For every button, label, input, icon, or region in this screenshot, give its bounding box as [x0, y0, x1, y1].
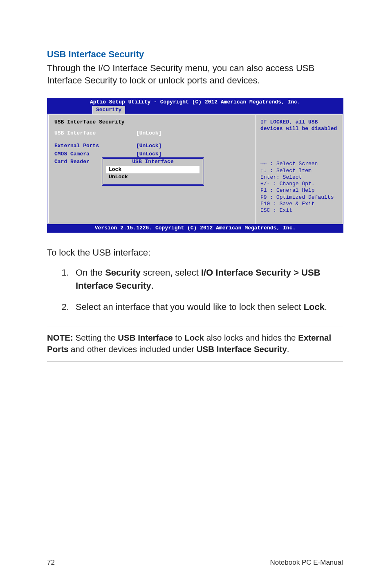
intro-paragraph: Through the I/O Interface Security menu,…	[47, 62, 343, 86]
bios-tab-security[interactable]: Security	[92, 106, 125, 114]
text: Setting the	[73, 333, 118, 342]
steps-list: On the Security screen, select I/O Inter…	[47, 266, 343, 314]
text: screen, select	[141, 267, 201, 278]
bold: Lock	[304, 302, 325, 312]
text: and other devices included under	[68, 344, 196, 354]
bios-help-line: ESC : Exit	[260, 207, 338, 214]
bios-help-block: →← : Select Screen ↑↓ : Select Item Ente…	[260, 161, 338, 214]
procedure-intro: To lock the USB interface:	[47, 247, 343, 258]
bios-popup-item-unlock[interactable]: UnLock	[106, 173, 199, 181]
text: .	[325, 302, 327, 312]
bios-right-description: If LOCKED, all USB devices will be disab…	[260, 119, 338, 132]
bold: Lock	[184, 333, 204, 342]
bios-right-panel: If LOCKED, all USB devices will be disab…	[255, 114, 343, 224]
page-footer: 72 Notebook PC E-Manual	[47, 559, 343, 567]
document-title: Notebook PC E-Manual	[270, 559, 343, 567]
bios-row-external-ports[interactable]: External Ports [UnLock]	[54, 143, 249, 149]
bios-row-cmos-camera[interactable]: CMOS Camera [UnLock]	[54, 151, 249, 157]
bios-screenshot: Aptio Setup Utility - Copyright (C) 2012…	[47, 98, 343, 233]
page-number: 72	[47, 559, 55, 567]
bold: USB Interface	[118, 333, 173, 342]
bios-help-line: ↑↓ : Select Item	[260, 168, 338, 174]
step-2: Select an interface that you would like …	[72, 301, 343, 314]
bios-help-line: F1 : General Help	[260, 187, 338, 194]
section-heading: USB Interface Security	[47, 49, 343, 60]
bios-popup: USB Interface Lock UnLock	[102, 157, 204, 186]
bios-help-line: +/- : Change Opt.	[260, 181, 338, 187]
bios-label: External Ports	[54, 143, 136, 149]
bios-title: Aptio Setup Utility - Copyright (C) 2012…	[47, 98, 343, 105]
bios-popup-item-lock[interactable]: Lock	[106, 166, 199, 173]
text: also locks and hides the	[204, 333, 298, 342]
bios-tab-row: Security	[47, 106, 343, 114]
bios-footer: Version 2.15.1226. Copyright (C) 2012 Am…	[47, 224, 343, 232]
bold: Security	[105, 267, 141, 278]
bios-label: CMOS Camera	[54, 151, 136, 157]
bold: USB Interface Security	[197, 344, 287, 354]
text: Select an interface that you would like …	[76, 302, 304, 312]
step-1: On the Security screen, select I/O Inter…	[72, 266, 343, 292]
bios-value: [UnLock]	[136, 130, 249, 137]
note-box: NOTE: Setting the USB Interface to Lock …	[47, 326, 343, 361]
note-label: NOTE:	[47, 333, 73, 342]
bios-value: [UnLock]	[136, 143, 249, 149]
text: On the	[76, 267, 105, 278]
bios-popup-title: USB Interface	[130, 159, 176, 165]
bios-help-line: F9 : Optimized Defaults	[260, 194, 338, 201]
bios-help-line: →← : Select Screen	[260, 161, 338, 167]
text: .	[287, 344, 289, 354]
text: .	[151, 281, 154, 291]
text: to	[173, 333, 185, 342]
bios-row-usb-interface[interactable]: USB Interface [UnLock]	[54, 130, 249, 137]
bios-value: [UnLock]	[136, 151, 249, 157]
bios-left-title: USB Interface Security	[54, 119, 136, 126]
bios-help-line: F10 : Save & Exit	[260, 201, 338, 207]
bios-help-line: Enter: Select	[260, 174, 338, 181]
bios-label: USB Interface	[54, 130, 136, 137]
bios-left-panel: USB Interface Security USB Interface [Un…	[47, 114, 255, 224]
